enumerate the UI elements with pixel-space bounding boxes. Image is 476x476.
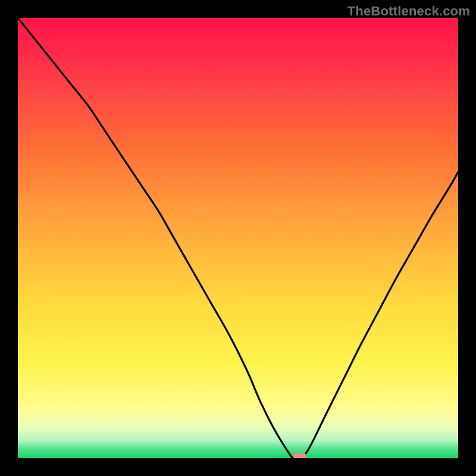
watermark-text: TheBottleneck.com — [347, 4, 470, 19]
bottleneck-curve — [18, 18, 458, 458]
curve-svg — [18, 18, 458, 458]
chart-container: TheBottleneck.com — [0, 0, 476, 476]
plot-area — [18, 18, 458, 458]
optimal-marker — [293, 453, 306, 458]
